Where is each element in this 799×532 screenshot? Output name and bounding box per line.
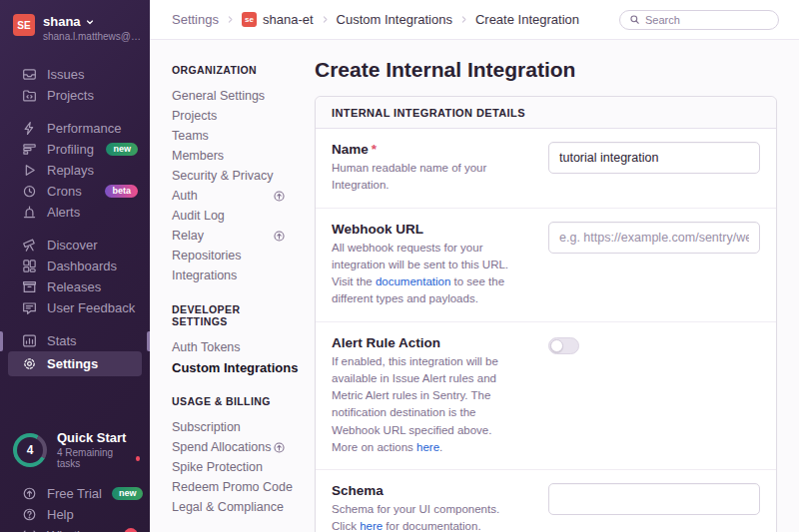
breadcrumb-create-integration[interactable]: Create Integration (475, 12, 579, 27)
sidebar-item-whats-new[interactable]: What's new 1 (0, 525, 150, 532)
profiling-icon (22, 142, 37, 157)
here-link[interactable]: here (416, 441, 439, 453)
schema-input[interactable] (548, 483, 760, 515)
breadcrumb: Settings se shana-et Custom Integrations… (172, 12, 579, 27)
settings-nav-spend-allocations[interactable]: Spend Allocations (172, 437, 286, 457)
sidebar-item-replays[interactable]: Replays (0, 160, 150, 181)
sidebar-item-releases[interactable]: Releases (0, 276, 150, 297)
toggle-knob (550, 339, 563, 352)
integration-details-panel: INTERNAL INTEGRATION DETAILS Name* Human… (315, 96, 777, 532)
name-input[interactable] (548, 142, 760, 174)
settings-nav-legal-compliance[interactable]: Legal & Compliance (172, 497, 286, 517)
settings-nav-teams[interactable]: Teams (172, 126, 286, 146)
field-row-webhook-url: Webhook URL All webhook requests for you… (316, 208, 776, 321)
documentation-link[interactable]: documentation (376, 275, 450, 287)
breadcrumb-org[interactable]: se shana-et (242, 12, 314, 27)
sidebar-item-free-trial[interactable]: Free Trial new (0, 483, 150, 504)
sidebar-item-label: Replays (47, 163, 94, 178)
settings-nav-label: Spend Allocations (172, 440, 271, 454)
alert-rule-action-toggle[interactable] (548, 337, 579, 354)
sidebar-item-crons[interactable]: Crons beta (0, 181, 150, 202)
sidebar-item-profiling[interactable]: Profiling new (0, 139, 150, 160)
sidebar-item-settings[interactable]: Settings (8, 351, 142, 376)
replays-icon (22, 163, 37, 178)
sidebar-item-label: Profiling (47, 142, 94, 157)
breadcrumb-settings[interactable]: Settings (172, 12, 219, 27)
sidebar-item-alerts[interactable]: Alerts (0, 202, 150, 223)
settings-nav-subscription[interactable]: Subscription (172, 417, 286, 437)
quick-start-progress-ring: 4 (13, 433, 47, 467)
nav-group-explore: Discover Dashboards Releases User Feedba… (0, 235, 150, 318)
quick-start-panel[interactable]: 4 Quick Start 4 Remaining tasks (13, 430, 140, 469)
topbar: Settings se shana-et Custom Integrations… (150, 0, 799, 40)
nav-group-main: Issues Projects (0, 64, 150, 106)
webhook-url-input[interactable] (548, 222, 760, 254)
dashboards-icon (22, 259, 37, 273)
quick-start-count: 4 (13, 433, 47, 467)
settings-nav-custom-integrations[interactable]: Custom Integrations (172, 357, 286, 377)
sidebar-item-label: Free Trial (47, 486, 102, 501)
settings-nav-integrations[interactable]: Integrations (172, 266, 286, 285)
active-nav-indicator-right (147, 331, 150, 351)
sidebar-item-user-feedback[interactable]: User Feedback (0, 297, 150, 318)
sidebar-item-performance[interactable]: Performance (0, 118, 150, 139)
sidebar-item-label: Dashboards (47, 259, 117, 273)
field-row-alert-rule-action: Alert Rule Action If enabled, this integ… (316, 321, 776, 470)
required-asterisk: * (372, 142, 377, 157)
power-feature-icon (273, 441, 286, 454)
upgrade-arrow-icon (22, 486, 37, 501)
releases-icon (22, 279, 37, 294)
sidebar-item-projects[interactable]: Projects (0, 85, 150, 106)
settings-nav-audit-log[interactable]: Audit Log (172, 206, 286, 226)
user-name: shana (43, 14, 81, 29)
org-user-menu[interactable]: SE shana shana.l.matthews@… (0, 0, 150, 52)
sidebar-item-issues[interactable]: Issues (0, 64, 150, 85)
settings-section-title: ORGANIZATION (172, 64, 286, 76)
schema-help: Schema for your UI components. Click her… (332, 501, 518, 532)
breadcrumb-custom-integrations[interactable]: Custom Integrations (337, 12, 452, 27)
settings-nav-redeem-promo-code[interactable]: Redeem Promo Code (172, 477, 286, 497)
settings-nav-spike-protection[interactable]: Spike Protection (172, 457, 286, 477)
search-box (619, 10, 779, 30)
settings-nav-members[interactable]: Members (172, 146, 286, 166)
here-link[interactable]: here (360, 520, 383, 532)
page-title: Create Internal Integration (315, 58, 777, 82)
settings-nav-relay[interactable]: Relay (172, 226, 286, 246)
quick-start-subtext: 4 Remaining tasks (57, 447, 131, 469)
stats-icon (22, 333, 37, 348)
sidebar-footer: Free Trial new Help What's new 1 Collaps… (0, 483, 150, 532)
sidebar-item-label: User Feedback (47, 300, 135, 315)
settings-nav-label: Relay (172, 229, 204, 243)
search-icon (629, 14, 640, 25)
settings-nav-repositories[interactable]: Repositories (172, 246, 286, 266)
sidebar-item-label: Discover (47, 238, 98, 253)
chevron-right-icon (226, 15, 235, 24)
sidebar-item-discover[interactable]: Discover (0, 235, 150, 256)
name-label: Name* (332, 142, 518, 157)
sidebar-item-help[interactable]: Help (0, 504, 150, 525)
gear-icon (22, 356, 37, 371)
settings-nav-general-settings[interactable]: General Settings (172, 86, 286, 106)
power-feature-icon (273, 190, 286, 203)
settings-nav-security-privacy[interactable]: Security & Privacy (172, 166, 286, 186)
sidebar-item-label: Performance (47, 121, 121, 136)
sidebar-item-label: Settings (47, 356, 98, 371)
active-nav-indicator-left (0, 331, 3, 351)
settings-nav-projects[interactable]: Projects (172, 106, 286, 126)
chevron-right-icon (321, 15, 330, 24)
settings-nav-auth-tokens[interactable]: Auth Tokens (172, 337, 286, 357)
new-badge: new (106, 143, 138, 156)
sidebar-item-dashboards[interactable]: Dashboards (0, 256, 150, 276)
nav-group-monitoring: Performance Profiling new Replays Crons … (0, 118, 150, 223)
sidebar-item-label: Stats (47, 333, 77, 348)
main-content: Create Internal Integration INTERNAL INT… (300, 40, 799, 532)
power-feature-icon (273, 230, 286, 243)
broadcast-icon (22, 528, 37, 532)
help-icon (22, 507, 37, 522)
search-input[interactable] (645, 14, 769, 26)
chevron-right-icon (459, 15, 468, 24)
primary-sidebar: SE shana shana.l.matthews@… Issues Proje… (0, 0, 150, 532)
projects-icon (22, 88, 37, 103)
settings-nav-auth[interactable]: Auth (172, 186, 286, 206)
sidebar-item-stats[interactable]: Stats (0, 330, 150, 351)
